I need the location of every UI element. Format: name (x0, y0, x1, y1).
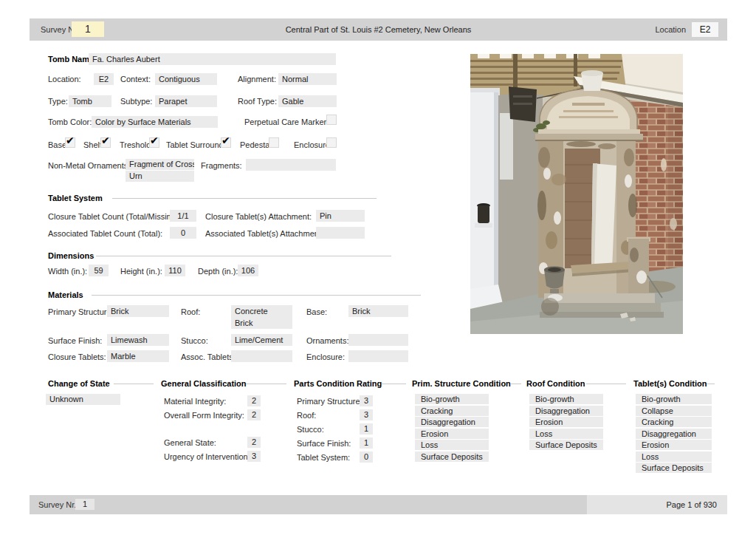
height-field[interactable]: 110 (165, 265, 185, 276)
base-material-field[interactable]: Brick (348, 305, 408, 317)
feature-base-checkbox[interactable]: ✔ (65, 137, 75, 148)
materials-heading: Materials (48, 290, 83, 299)
condition-item[interactable]: Loss (636, 451, 712, 462)
change-of-state-field[interactable]: Unknown (46, 394, 120, 405)
footer-survey-nr-field[interactable]: 1 (75, 499, 94, 510)
condition-item[interactable]: Disaggregation (636, 429, 712, 439)
tablet-system-heading: Tablet System (48, 194, 103, 202)
closure-attachment-label: Closure Tablet(s) Attachment: (205, 212, 312, 221)
parts-stucco-value[interactable]: 1 (360, 423, 373, 435)
assoc-tablets-label: Assoc. Tablets: (181, 352, 236, 361)
ornaments-field[interactable] (348, 334, 408, 346)
alignment-field[interactable]: Normal (278, 73, 337, 85)
closure-attachment-field[interactable]: Pin (316, 210, 365, 222)
feature-shelf-checkbox[interactable]: ✔ (100, 137, 111, 148)
condition-item[interactable]: Loss (529, 429, 603, 439)
feature-enclosure-label: Enclosure (294, 140, 330, 149)
condition-item[interactable]: Surface Deposits (529, 440, 603, 450)
ornaments-label: Ornaments: (306, 336, 348, 345)
depth-label: Depth (in.): (198, 267, 238, 276)
condition-item[interactable]: Loss (415, 440, 489, 450)
associated-attachment-label: Associated Tablet(s) Attachment: (205, 229, 323, 238)
location-field[interactable]: E2 (692, 22, 718, 37)
feature-tablet-surround-checkbox[interactable]: ✔ (221, 137, 231, 148)
type-field[interactable]: Tomb (69, 95, 111, 107)
condition-item[interactable]: Bio-growth (636, 394, 712, 404)
condition-item[interactable]: Disaggregation (529, 406, 603, 416)
condition-item[interactable]: Surface Deposits (415, 451, 489, 462)
closure-tablets-label: Closure Tablets: (48, 352, 106, 361)
base-material-label: Base: (306, 307, 327, 316)
depth-field[interactable]: 106 (238, 265, 258, 276)
stucco-field[interactable]: Lime/Cement (231, 334, 292, 346)
condition-item[interactable]: Erosion (636, 440, 712, 450)
associated-count-field[interactable]: 0 (170, 227, 196, 239)
roof-type-field[interactable]: Gable (278, 95, 337, 107)
condition-item[interactable]: Cracking (415, 406, 489, 416)
location-label: Location (655, 25, 686, 34)
footer-band: Survey Nr. 1 Page 1 of 930 (30, 495, 727, 514)
tomb-name-field[interactable]: Fa. Charles Aubert (89, 53, 336, 65)
parts-surface-finish-value[interactable]: 1 (360, 437, 373, 449)
urgency-label: Urgency of Intervention: (164, 452, 250, 461)
width-field[interactable]: 59 (89, 265, 109, 276)
fragments-field[interactable] (246, 159, 336, 171)
tomb-color-field[interactable]: Color by Surface Materials (92, 116, 218, 128)
parts-condition-heading: Parts Condition Rating (294, 379, 382, 388)
condition-item[interactable]: Bio-growth (529, 394, 603, 404)
urgency-value[interactable]: 3 (247, 451, 261, 462)
type-label: Type: (48, 97, 68, 106)
tomb-color-label: Tomb Color: (48, 117, 92, 126)
closure-count-label: Closure Tablet Count (Total/Missing): (48, 212, 181, 221)
closure-count-field[interactable]: 1/1 (170, 210, 196, 222)
non-metal-ornaments-field-2[interactable]: Urn (126, 171, 194, 182)
condition-item[interactable]: Collapse (636, 406, 712, 416)
header-band: Survey Nr. 1 Central Part of St. Louis #… (30, 18, 727, 41)
condition-item[interactable]: Erosion (415, 429, 489, 439)
parts-primary-structure-value[interactable]: 3 (360, 395, 373, 406)
overall-form-integrity-value[interactable]: 2 (247, 409, 261, 420)
condition-item[interactable]: Disaggregation (415, 417, 489, 427)
perpetual-care-label: Perpetual Care Marker (244, 117, 326, 126)
feature-treshold-label: Treshold (120, 140, 151, 149)
tablet-condition-heading: Tablet(s) Condition (633, 379, 707, 388)
feature-enclosure-checkbox[interactable] (326, 137, 337, 148)
roof-material-field-1[interactable]: Concrete (231, 305, 292, 317)
condition-item[interactable]: Surface Deposits (636, 463, 712, 473)
surface-finish-field[interactable]: Limewash (107, 334, 169, 346)
non-metal-ornaments-field-1[interactable]: Fragment of Cross (126, 159, 194, 170)
material-integrity-label: Material Integrity: (164, 397, 226, 406)
section-rule (511, 384, 521, 384)
surface-finish-label: Surface Finish: (48, 336, 102, 345)
checkmark-icon: ✔ (221, 135, 230, 146)
location-row-field[interactable]: E2 (94, 73, 114, 85)
fragments-label: Fragments: (201, 161, 242, 170)
parts-roof-label: Roof: (297, 411, 316, 420)
roof-material-label: Roof: (181, 307, 200, 316)
context-field[interactable]: Contiguous (155, 73, 217, 85)
condition-item[interactable]: Erosion (529, 417, 603, 427)
condition-item[interactable]: Cracking (636, 417, 712, 427)
section-rule (707, 384, 715, 384)
survey-form-page: Survey Nr. 1 Central Part of St. Louis #… (0, 0, 756, 535)
feature-shelf-label: Shelf (83, 140, 102, 149)
assoc-tablets-field[interactable] (231, 350, 292, 362)
prim-structure-condition-heading: Prim. Structure Condition (412, 379, 511, 388)
enclosure-field[interactable] (348, 350, 408, 362)
parts-roof-value[interactable]: 3 (360, 409, 373, 420)
perpetual-care-checkbox[interactable] (326, 115, 337, 125)
condition-item[interactable]: Bio-growth (415, 394, 489, 404)
associated-attachment-field[interactable] (316, 227, 365, 239)
roof-material-field-2[interactable]: Brick (231, 317, 292, 329)
section-rule (92, 295, 421, 296)
feature-treshold-checkbox[interactable]: ✔ (149, 137, 159, 148)
material-integrity-value[interactable]: 2 (247, 395, 261, 406)
feature-pedestal-checkbox[interactable] (269, 137, 279, 148)
general-state-value[interactable]: 2 (247, 437, 261, 448)
section-rule (114, 384, 154, 384)
primary-structure-field[interactable]: Brick (107, 305, 169, 317)
overall-form-integrity-label: Overall Form Integrity: (164, 411, 244, 420)
closure-tablets-field[interactable]: Marble (107, 350, 169, 362)
parts-tablet-system-value[interactable]: 0 (360, 451, 373, 463)
subtype-field[interactable]: Parapet (155, 95, 217, 107)
